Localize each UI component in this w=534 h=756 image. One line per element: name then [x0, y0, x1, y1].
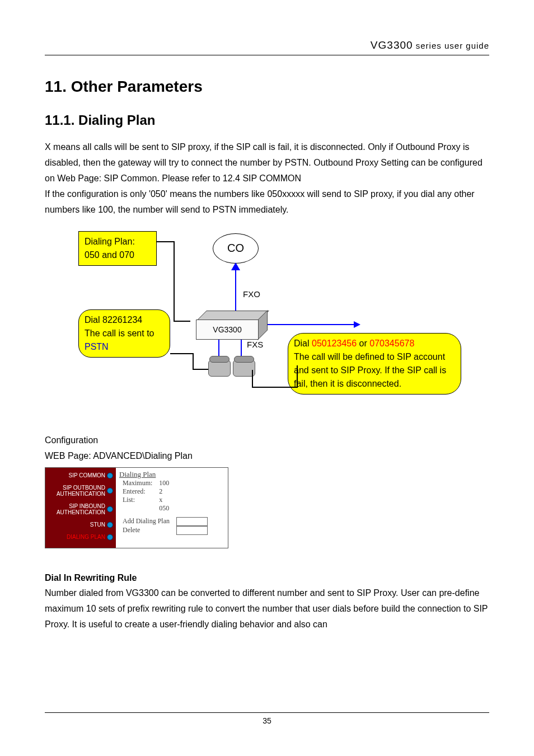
subhead-rewrite: Dial In Rewriting Rule	[45, 573, 489, 583]
chapter-title: 11. Other Parameters	[45, 78, 489, 96]
fxo-label: FXO	[243, 289, 260, 299]
add-input[interactable]	[176, 517, 208, 526]
add-label: Add Dialing Plan	[119, 517, 173, 526]
connector	[157, 241, 175, 242]
delete-label: Delete	[119, 526, 173, 535]
delete-input[interactable]	[176, 526, 208, 535]
box2-pstn: PSTN	[85, 342, 109, 351]
header-brand: VG3300	[371, 39, 413, 51]
page-header: VG3300 series user guide	[45, 39, 489, 55]
maximum-label: Maximum:	[119, 479, 156, 487]
vg3300-device: VG3300	[196, 320, 269, 348]
bullet-icon	[107, 534, 113, 540]
connector	[174, 321, 190, 322]
connector	[170, 353, 193, 354]
bullet-icon	[107, 472, 113, 478]
box3-line1: Dial 050123456 or 070345678	[294, 337, 455, 350]
list-label: List:	[119, 496, 156, 504]
line	[235, 270, 236, 313]
list-value-1: x	[156, 496, 172, 504]
maximum-value: 100	[156, 479, 172, 487]
connector	[252, 370, 253, 387]
dialing-plan-screenshot: SIP COMMON SIP OUTBOUND AUTHENTICATION S…	[45, 467, 228, 548]
box1-line2: 050 and 070	[85, 248, 151, 262]
arrow-right-icon	[266, 324, 355, 325]
panel: Dialing Plan Maximum:100 Entered:2 List:…	[116, 468, 228, 548]
bullet-icon	[107, 506, 113, 513]
panel-title: Dialing Plan	[119, 470, 224, 479]
section-title: 11.1. Dialing Plan	[45, 112, 489, 128]
connector	[174, 241, 175, 321]
config-label: Configuration	[45, 433, 489, 448]
diagram: Dialing Plan: 050 and 070 CO FXO VG3300 …	[56, 231, 481, 416]
page-footer: 35	[45, 712, 489, 725]
phone-icon	[208, 360, 231, 377]
page: VG3300 series user guide 11. Other Param…	[0, 0, 534, 756]
header-suffix: series user guide	[413, 41, 489, 50]
entered-value: 2	[156, 487, 172, 496]
nav-dialing-plan[interactable]: DIALING PLAN	[47, 534, 114, 540]
list-value-2: 050	[156, 504, 172, 513]
nav-sip-inbound[interactable]: SIP INBOUND AUTHENTICATION	[47, 503, 114, 515]
box2-line2: The call is sent to	[85, 327, 164, 340]
side-nav: SIP COMMON SIP OUTBOUND AUTHENTICATION S…	[45, 468, 116, 548]
body-text: X means all calls will be sent to SIP pr…	[45, 139, 489, 218]
page-number: 35	[263, 716, 271, 725]
box3-line4: fail, then it is disconnected.	[294, 377, 455, 391]
rewrite-paragraph: Number dialed from VG3300 can be convert…	[45, 585, 489, 632]
diagram-box-sip: Dial 050123456 or 070345678 The call wil…	[288, 333, 461, 395]
nav-stun[interactable]: STUN	[47, 522, 114, 528]
box3-num2: 070345678	[369, 339, 414, 348]
diagram-box-pstn: Dial 82261234 The call is sent to PSTN	[78, 309, 170, 358]
box3-line3: and sent to SIP Proxy. If the SIP call i…	[294, 364, 455, 377]
paragraph-1: X means all calls will be sent to SIP pr…	[45, 139, 489, 186]
connector	[297, 365, 298, 388]
config-text: Configuration WEB Page: ADVANCED\Dialing…	[45, 433, 489, 464]
nav-sip-outbound[interactable]: SIP OUTBOUND AUTHENTICATION	[47, 485, 114, 497]
panel-actions: Add Dialing Plan Delete	[119, 517, 211, 535]
arrow-up-icon	[231, 262, 240, 270]
connector	[252, 387, 297, 388]
box2-line1: Dial 82261234	[85, 313, 164, 327]
box2-line3: PSTN	[85, 340, 164, 354]
entered-label: Entered:	[119, 487, 156, 496]
box1-line1: Dialing Plan:	[85, 235, 151, 248]
config-webpage: WEB Page: ADVANCED\Dialing Plan	[45, 448, 489, 464]
box3-num1: 050123456	[312, 339, 357, 348]
device-label: VG3300	[196, 320, 259, 340]
co-node: CO	[213, 233, 259, 264]
nav-sip-common[interactable]: SIP COMMON	[47, 472, 114, 478]
diagram-box-dialing-plan: Dialing Plan: 050 and 070	[78, 231, 157, 266]
bullet-icon	[107, 488, 113, 494]
connector	[193, 353, 194, 369]
panel-table: Maximum:100 Entered:2 List:x 050	[119, 479, 172, 513]
paragraph-2: If the configuration is only '050' means…	[45, 186, 489, 218]
box3-line2: The call will be defined to SIP account	[294, 350, 455, 364]
bullet-icon	[107, 522, 113, 528]
